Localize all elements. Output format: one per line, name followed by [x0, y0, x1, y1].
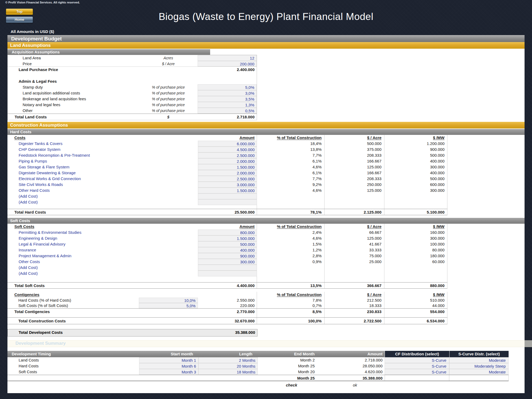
- cost-amount-input[interactable]: 300.000: [198, 259, 257, 265]
- brokerage-fees-input[interactable]: 3,5%: [198, 96, 257, 102]
- land-row-label: Price: [8, 61, 139, 66]
- cost-acre: 208.333: [325, 152, 384, 158]
- length-input[interactable]: 18 Months: [198, 369, 258, 375]
- section-soft-costs: Soft Costs: [7, 218, 525, 224]
- cost-acre: 75.000: [325, 253, 384, 259]
- cost-label[interactable]: Engineering & Design: [7, 235, 198, 241]
- col-header-mw: $ /MW: [384, 135, 447, 141]
- col-header-start-month: Start month: [139, 351, 198, 357]
- cost-row: Project Management & Admin900.0002,8%75.…: [7, 253, 447, 259]
- notary-fees-input[interactable]: 1,3%: [198, 102, 257, 108]
- land-area-input[interactable]: 12: [198, 55, 257, 61]
- soft-contingency-input[interactable]: 5,0%: [139, 303, 198, 308]
- cost-amount-input[interactable]: 4.500.000: [198, 147, 257, 152]
- col-header-amount: Amount: [198, 135, 257, 141]
- cost-amount-input[interactable]: 1.500.000: [198, 164, 257, 170]
- cf-distribution-select[interactable]: S-Curve: [385, 357, 449, 363]
- land-price-input[interactable]: 200.000: [198, 61, 257, 66]
- cost-amount-input[interactable]: [198, 199, 257, 205]
- cost-amount-input[interactable]: 1.500.000: [198, 235, 257, 241]
- cost-label[interactable]: Feedstock Recemption & Pre-Treatment: [7, 152, 198, 158]
- timing-label: Land Costs: [7, 357, 139, 363]
- cost-label[interactable]: Project Management & Admin: [7, 253, 198, 259]
- cost-label[interactable]: Gas Storage & Flare System: [7, 164, 198, 170]
- cost-amount-input[interactable]: [198, 271, 257, 276]
- col-header-end-month: End Month: [258, 351, 325, 357]
- cost-pct: 1,5%: [257, 241, 325, 247]
- cost-amount-input[interactable]: 2.000.000: [198, 170, 257, 176]
- cost-amount-input[interactable]: 500.000: [198, 241, 257, 247]
- cost-acre: 66.667: [325, 230, 384, 235]
- cost-label[interactable]: Permitting & Environmental Studies: [7, 230, 198, 235]
- cost-amount-input[interactable]: 800.000: [198, 230, 257, 235]
- land-row: Land Area Acres 12: [8, 55, 257, 61]
- cost-amount-input[interactable]: [198, 265, 257, 271]
- cost-row: Insurance400.0001,2%33.33380.000: [7, 247, 447, 253]
- cf-distribution-select[interactable]: S-Curve: [385, 369, 449, 375]
- page-title: Biogas (Waste to Energy) Plant Financial…: [0, 11, 532, 22]
- col-header-mw: $ /MW: [384, 224, 447, 230]
- cost-amount-input[interactable]: 1.500.000: [198, 188, 257, 193]
- other-fees-input[interactable]: 0,5%: [198, 108, 257, 114]
- end-month: Month 2: [258, 357, 325, 363]
- cost-amount-input[interactable]: 3.000.000: [198, 182, 257, 188]
- cost-amount-input[interactable]: 400.000: [198, 247, 257, 253]
- length-input[interactable]: 2 Months: [198, 357, 258, 363]
- spacer-row: [8, 73, 257, 78]
- start-month-input[interactable]: Month 6: [139, 363, 198, 369]
- add-cost-label[interactable]: (Add Cost): [7, 271, 198, 276]
- cost-pct: 6,1%: [257, 170, 325, 176]
- cost-amount-input[interactable]: 2.500.000: [198, 176, 257, 182]
- cost-amount-input[interactable]: 2.500.000: [198, 152, 257, 158]
- add-cost-label[interactable]: (Add Cost): [7, 199, 198, 205]
- total-hard-costs-row: Total Hard Costs 25.500.000 78,1% 2.125.…: [7, 209, 447, 215]
- cost-label[interactable]: Electrical Works & Grid Connection: [7, 176, 198, 182]
- length-input[interactable]: 20 Months: [198, 363, 258, 369]
- cf-distribution-select[interactable]: S-Curve: [385, 363, 449, 369]
- hard-contingency-input[interactable]: 10,0%: [139, 298, 198, 303]
- land-acq-costs-input[interactable]: 3,0%: [198, 90, 257, 96]
- cost-mw: 100.000: [384, 241, 447, 247]
- contingencies-header-row: Contigencies % of Total Construction $ /…: [7, 292, 447, 298]
- cost-label[interactable]: Digester Tanks & Covers: [7, 141, 198, 147]
- copyright-note: © Profit Vision Financial Services. All …: [5, 1, 80, 4]
- total-development-costs-value: 35.388.000: [196, 329, 257, 336]
- cost-label[interactable]: Other Costs: [7, 259, 198, 265]
- scurve-distr-select[interactable]: Moderate: [449, 357, 509, 363]
- scurve-distr-select[interactable]: Moderately Steep: [449, 363, 509, 369]
- cost-label[interactable]: CHP Generator System: [7, 147, 198, 152]
- cost-amount-input[interactable]: [198, 193, 257, 199]
- cost-amount-input[interactable]: 2.000.000: [198, 158, 257, 164]
- cost-amount-input[interactable]: 900.000: [198, 253, 257, 259]
- cost-mw: 400.000: [384, 170, 447, 176]
- total-unit: $: [139, 114, 198, 120]
- cost-label[interactable]: Site Civil Works & Roads: [7, 182, 198, 188]
- cost-label[interactable]: Piping & Pumps: [7, 158, 198, 164]
- col-header-acre: $ / Acre: [325, 135, 384, 141]
- start-month-input[interactable]: Month 1: [139, 357, 198, 363]
- stamp-duty-input[interactable]: 5,0%: [198, 84, 257, 90]
- add-cost-row: (Add Cost): [7, 199, 447, 205]
- cost-label[interactable]: Legal & Financial Advisory: [7, 241, 198, 247]
- hard-costs-table: Costs Amount % of Total Construction $ /…: [7, 135, 447, 215]
- cost-pct: 6,1%: [257, 158, 325, 164]
- scurve-distr-select[interactable]: Moderate: [449, 369, 509, 375]
- cost-acre: 375.000: [325, 147, 384, 152]
- cost-label[interactable]: Digestate Dewatering & Storage: [7, 170, 198, 176]
- timing-amount: 4.620.000: [325, 369, 385, 375]
- cost-acre: 125.000: [325, 235, 384, 241]
- timing-row: Hard Costs Month 6 20 Months Month 25 28…: [7, 363, 509, 369]
- contingency-pct: 7,8%: [257, 298, 325, 303]
- cost-amount-input[interactable]: 6.000.000: [198, 141, 257, 147]
- total-label: Total Contigencies: [7, 309, 198, 315]
- fee-label: Stamp duty: [8, 84, 139, 90]
- add-cost-label[interactable]: (Add Cost): [7, 265, 198, 271]
- cost-mw: 1.200.000: [384, 141, 447, 147]
- start-month-input[interactable]: Month 3: [139, 369, 198, 375]
- cost-acre: 166.667: [325, 170, 384, 176]
- cost-label[interactable]: Other Hard Costs: [7, 188, 198, 193]
- cost-label[interactable]: Insurance: [7, 247, 198, 253]
- timing-row: Soft Costs Month 3 18 Months Month 20 4.…: [7, 369, 509, 375]
- col-header-acre: $ / Acre: [325, 292, 384, 298]
- add-cost-label[interactable]: (Add Cost): [7, 193, 198, 199]
